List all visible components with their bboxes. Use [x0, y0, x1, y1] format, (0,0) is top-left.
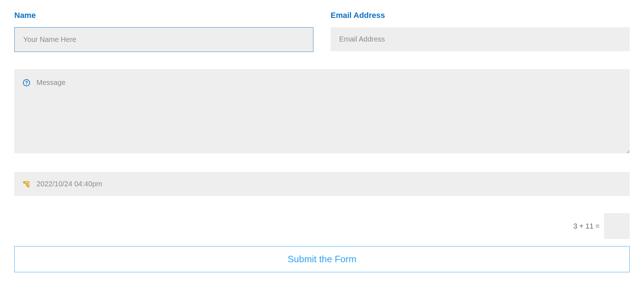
message-wrap: ?: [14, 69, 630, 155]
email-label: Email Address: [331, 11, 630, 20]
name-label: Name: [14, 11, 313, 20]
contact-form: Name Email Address ? 3 + 11 =: [14, 11, 630, 272]
datetime-wrap: [14, 172, 630, 196]
datetime-row: [14, 172, 630, 196]
captcha-row: 3 + 11 =: [14, 213, 630, 239]
email-input[interactable]: [331, 27, 630, 51]
name-input[interactable]: [14, 27, 313, 52]
name-col: Name: [14, 11, 313, 52]
name-email-row: Name Email Address: [14, 11, 630, 52]
email-col: Email Address: [331, 11, 630, 52]
datetime-input[interactable]: [14, 172, 630, 196]
captcha-input[interactable]: [604, 213, 630, 239]
submit-button[interactable]: Submit the Form: [14, 246, 630, 272]
captcha-question: 3 + 11 =: [574, 222, 600, 230]
message-textarea[interactable]: [14, 69, 630, 153]
message-row: ?: [14, 69, 630, 155]
